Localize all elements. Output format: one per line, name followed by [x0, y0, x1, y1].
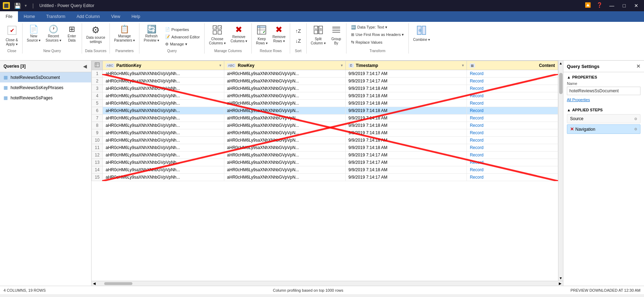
scroll-left-arrow[interactable]: ◀ [92, 281, 97, 285]
keep-rows-button[interactable]: ✔ KeepRows ▾ [254, 24, 270, 47]
refresh-preview-button[interactable]: 🔄 RefreshPreview ▾ [142, 24, 161, 44]
scroll-up-arrow[interactable]: ▲ [558, 61, 563, 66]
record-link[interactable]: Record [470, 86, 483, 91]
content-cell[interactable]: Record [467, 144, 558, 151]
record-link[interactable]: Record [470, 175, 483, 180]
help-up-icon[interactable]: 🔼 [585, 2, 591, 9]
help-icon[interactable]: ❓ [596, 2, 602, 9]
remove-rows-button[interactable]: ✖ RemoveRows ▾ [270, 24, 288, 45]
table-row[interactable]: 11 aHR0cHM6Ly9saXNhXNhbGVpVpNh... aHR0cH… [92, 144, 558, 151]
partition-key-filter[interactable]: ▾ [219, 63, 221, 67]
content-cell[interactable]: Record [467, 151, 558, 159]
use-first-row-button[interactable]: ⊞ Use First Row as Headers ▾ [349, 31, 406, 38]
all-properties-link[interactable]: All Properties [567, 98, 590, 102]
content-cell[interactable]: Record [467, 92, 558, 100]
applied-steps-collapse-icon[interactable]: ▲ [567, 108, 571, 112]
properties-collapse-icon[interactable]: ▲ [567, 75, 571, 79]
close-apply-button[interactable]: ✔ Close &Apply ▾ [4, 24, 20, 48]
manage-parameters-button[interactable]: 📋 ManageParameters ▾ [112, 24, 137, 44]
tab-view[interactable]: View [106, 11, 126, 22]
record-link[interactable]: Record [470, 93, 483, 98]
query-item-1[interactable]: ▦ hotelReviewsSsDocument [0, 72, 91, 82]
combine-button[interactable]: ⊕ Combine ▾ [411, 24, 432, 43]
record-link[interactable]: Record [470, 123, 483, 128]
step-navigation[interactable]: ✕ Navigation ⚙ [567, 124, 640, 134]
partition-key-header[interactable]: ABC PartitionKey ▾ [103, 61, 224, 70]
tab-add-column[interactable]: Add Column [71, 11, 106, 22]
tab-home[interactable]: Home [18, 11, 40, 22]
record-link[interactable]: Record [470, 145, 483, 150]
step-navigation-gear-icon[interactable]: ⚙ [634, 127, 637, 131]
tab-transform[interactable]: Transform [40, 11, 71, 22]
data-source-settings-button[interactable]: ⚙ Data sourcesettings [84, 24, 107, 45]
record-link[interactable]: Record [470, 101, 483, 106]
choose-columns-button[interactable]: ✔ ✔ ChooseColumns ▾ [207, 24, 227, 47]
table-row[interactable]: 9 aHR0cHM6Ly9saXNhXNhbGVpVpNh... aHR0cHM… [92, 129, 558, 137]
step-source-gear-icon[interactable]: ⚙ [634, 117, 637, 121]
queries-collapse-button[interactable]: ◀ [82, 63, 88, 70]
recent-sources-button[interactable]: 🕐 RecentSources ▾ [43, 24, 63, 44]
record-link[interactable]: Record [470, 153, 483, 157]
scroll-right-arrow[interactable]: ▶ [557, 281, 563, 285]
record-link[interactable]: Record [470, 79, 483, 83]
query-item-2[interactable]: ▦ hotelReviewsSsKeyPhrases [0, 82, 91, 93]
minimize-button[interactable]: — [607, 2, 617, 9]
record-link[interactable]: Record [470, 108, 483, 113]
remove-columns-button[interactable]: ✖ RemoveColumns ▾ [229, 24, 249, 45]
data-type-button[interactable]: 🔤 Data Type: Text ▾ [349, 24, 390, 31]
table-row[interactable]: 8 aHR0cHM6Ly9saXNhXNhbGVpVpNh... aHR0cHM… [92, 122, 558, 129]
record-link[interactable]: Record [470, 138, 483, 143]
table-row[interactable]: 2 aHR0cHM6Ly9saXNhXNhbGVpVpNh... aHR0cHM… [92, 78, 558, 85]
manage-button[interactable]: ⚙ Manage ▾ [163, 41, 202, 48]
horizontal-scrollbar[interactable]: ◀ ▶ [92, 281, 563, 286]
table-row[interactable]: 5 aHR0cHM6Ly9saXNhXNhbGVpVpNh... aHR0cHM… [92, 100, 558, 107]
table-row[interactable]: 6 aHR0cHM6Ly9saXNhXNhbGVpVpNh... aHR0cHM… [92, 107, 558, 115]
replace-values-button[interactable]: ⇆ Replace Values [349, 39, 385, 45]
split-column-button[interactable]: A B SplitColumn ▾ [309, 24, 328, 47]
table-row[interactable]: 7 aHR0cHM6Ly9saXNhXNhbGVpVpNh... aHR0cHM… [92, 115, 558, 122]
step-source[interactable]: Source ⚙ [567, 114, 640, 123]
record-link[interactable]: Record [470, 167, 483, 172]
record-link[interactable]: Record [470, 160, 483, 165]
content-cell[interactable]: Record [467, 70, 558, 78]
timestamp-header[interactable]: 🗓 Timestamp ▾ [345, 61, 467, 70]
sort-descending-button[interactable]: ↓Z [292, 36, 304, 45]
content-cell[interactable]: Record [467, 107, 558, 115]
group-by-button[interactable]: GroupBy [329, 24, 344, 47]
row-key-header[interactable]: ABC RowKey ▾ [224, 61, 345, 70]
row-key-filter[interactable]: ▾ [341, 63, 343, 67]
table-row[interactable]: 12 aHR0cHM6Ly9saXNhXNhbGVpVpNh... aHR0cH… [92, 151, 558, 159]
content-header[interactable]: ▦ Content [467, 61, 558, 70]
query-settings-close-button[interactable]: ✕ [636, 63, 640, 69]
table-row[interactable]: 3 aHR0cHM6Ly9saXNhXNhbGVpVpNh... aHR0cHM… [92, 85, 558, 92]
quick-access-arrow[interactable]: ▾ [25, 3, 27, 8]
vertical-scrollbar[interactable]: ▲ ▼ [558, 61, 563, 281]
timestamp-filter[interactable]: ▾ [462, 63, 464, 67]
enter-data-button[interactable]: ⊞ EnterData [64, 24, 80, 44]
close-button[interactable]: ✕ [631, 2, 641, 9]
table-row[interactable]: 13 aHR0cHM6Ly9saXNhXNhbGVpVpNh... aHR0cH… [92, 159, 558, 166]
content-cell[interactable]: Record [467, 174, 558, 181]
tab-file[interactable]: File [0, 11, 18, 22]
data-grid-scroll[interactable]: ABC PartitionKey ▾ ABC RowKey [92, 61, 558, 281]
table-row[interactable]: 14 aHR0cHM6Ly9saXNhXNhbGVpVpNh... aHR0cH… [92, 166, 558, 174]
query-item-3[interactable]: ▦ hotelReviewsSsPages [0, 93, 91, 103]
content-cell[interactable]: Record [467, 78, 558, 85]
record-link[interactable]: Record [470, 116, 483, 120]
maximize-button[interactable]: □ [620, 2, 629, 9]
sort-ascending-button[interactable]: ↑Z [292, 26, 304, 36]
record-link[interactable]: Record [470, 130, 483, 135]
content-cell[interactable]: Record [467, 166, 558, 174]
table-row[interactable]: 4 aHR0cHM6Ly9saXNhXNhbGVpVpNh... aHR0cHM… [92, 92, 558, 100]
content-cell[interactable]: Record [467, 100, 558, 107]
save-icon[interactable]: 💾 [14, 2, 21, 9]
content-cell[interactable]: Record [467, 85, 558, 92]
record-link[interactable]: Record [470, 71, 483, 76]
scroll-down-arrow[interactable]: ▼ [558, 276, 563, 281]
content-cell[interactable]: Record [467, 115, 558, 122]
table-row[interactable]: 15 aHR0cHM6Ly9saXNhXNhbGVpVpNh... aHR0cH… [92, 174, 558, 181]
content-cell[interactable]: Record [467, 129, 558, 137]
h-scroll-thumb[interactable] [104, 282, 132, 285]
new-source-button[interactable]: 📄 NewSource ▾ [25, 24, 43, 44]
scroll-thumb[interactable] [559, 73, 563, 94]
